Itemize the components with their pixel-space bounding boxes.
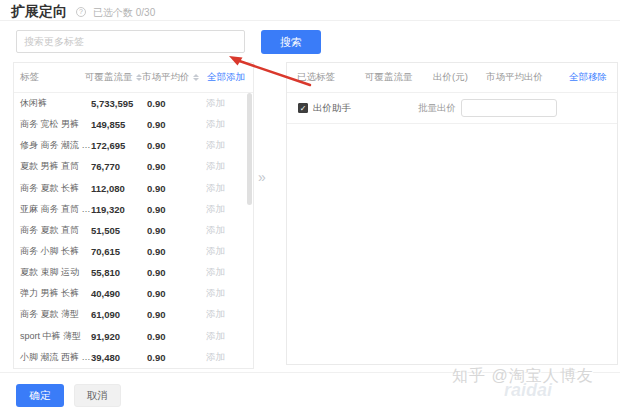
tag-label: 修身 商务 潮流 长裤 xyxy=(14,139,91,152)
price-value: 0.90 xyxy=(147,352,192,363)
traffic-value: 51,505 xyxy=(91,225,147,236)
column-header-market-price-label: 市场平均价 xyxy=(142,71,190,84)
tag-label: 商务 小脚 长裤 xyxy=(14,245,91,258)
price-value: 0.90 xyxy=(147,161,192,172)
expand-chevron-icon[interactable]: » xyxy=(258,169,266,185)
traffic-value: 55,810 xyxy=(91,267,147,278)
batch-bid-input[interactable] xyxy=(461,99,557,117)
add-link[interactable]: 添加 xyxy=(206,266,225,279)
tag-label: 夏款 男裤 直筒 xyxy=(14,160,91,173)
zhihu-watermark: 知乎 @淘宝人博友 xyxy=(452,366,594,387)
price-value: 0.90 xyxy=(147,225,192,236)
traffic-value: 149,855 xyxy=(91,119,147,130)
bid-assistant-row: ✓ 出价助手 批量出价 xyxy=(287,93,617,124)
confirm-button[interactable]: 确定 xyxy=(16,384,64,407)
add-link[interactable]: 添加 xyxy=(206,245,225,258)
selected-count-label: 已选个数 0/30 xyxy=(93,6,155,20)
column-header-market-bid: 市场平均出价 xyxy=(486,71,569,84)
price-value: 0.90 xyxy=(147,119,192,130)
sort-icon[interactable] xyxy=(136,74,142,82)
selected-tags-panel: 已选标签 可覆盖流量 出价(元) 市场平均出价 全部移除 ✓ 出价助手 批量出价 xyxy=(286,62,618,365)
traffic-value: 70,615 xyxy=(91,246,147,257)
traffic-value: 76,770 xyxy=(91,161,147,172)
traffic-value: 5,733,595 xyxy=(91,98,147,109)
help-icon[interactable]: ? xyxy=(76,7,86,17)
price-value: 0.90 xyxy=(147,183,192,194)
add-link[interactable]: 添加 xyxy=(206,203,225,216)
column-header-tag: 标签 xyxy=(14,71,85,84)
available-tags-panel: 标签 可覆盖流量 市场平均价 全部添加 休闲裤 5,733,595 0.90 添… xyxy=(13,62,254,369)
column-header-bid: 出价(元) xyxy=(433,71,486,84)
tag-list: 休闲裤 5,733,595 0.90 添加 商务 宽松 男裤 149,855 0… xyxy=(14,93,253,368)
table-row: 弹力 男裤 长裤 40,490 0.90 添加 xyxy=(14,283,253,304)
table-row: 商务 夏款 薄型 61,090 0.90 添加 xyxy=(14,304,253,325)
sort-icon[interactable] xyxy=(193,74,199,82)
tag-label: 夏款 束脚 运动 xyxy=(14,266,91,279)
right-table-header: 已选标签 可覆盖流量 出价(元) 市场平均出价 全部移除 xyxy=(287,63,617,93)
price-value: 0.90 xyxy=(147,98,192,109)
add-link[interactable]: 添加 xyxy=(206,97,225,110)
table-row: 修身 商务 潮流 长裤 172,695 0.90 添加 xyxy=(14,135,253,156)
tag-label: 商务 夏款 薄型 xyxy=(14,308,91,321)
price-value: 0.90 xyxy=(147,309,192,320)
table-row: 商务 小脚 长裤 70,615 0.90 添加 xyxy=(14,241,253,262)
tag-label: 亚麻 商务 直筒 薄… xyxy=(14,203,91,216)
table-row: 亚麻 商务 直筒 薄… 119,320 0.90 添加 xyxy=(14,199,253,220)
page-title: 扩展定向 xyxy=(11,3,67,21)
add-all-link[interactable]: 全部添加 xyxy=(200,71,253,84)
add-link[interactable]: 添加 xyxy=(206,351,225,364)
column-header-traffic-label: 可覆盖流量 xyxy=(85,71,133,84)
column-header-traffic: 可覆盖流量 xyxy=(365,71,433,84)
remove-all-link[interactable]: 全部移除 xyxy=(569,71,617,84)
tag-label: 商务 夏款 长裤 xyxy=(14,182,91,195)
bid-assistant-checkbox[interactable]: ✓ xyxy=(298,103,308,113)
tag-label: sport 中裤 薄型 xyxy=(14,330,91,343)
add-link[interactable]: 添加 xyxy=(206,160,225,173)
table-row: 商务 宽松 男裤 149,855 0.90 添加 xyxy=(14,114,253,135)
table-row: 夏款 男裤 直筒 76,770 0.90 添加 xyxy=(14,156,253,177)
tag-label: 小脚 潮流 西裤 长裤 xyxy=(14,351,91,364)
tag-label: 商务 夏款 直筒 xyxy=(14,224,91,237)
price-value: 0.90 xyxy=(147,140,192,151)
price-value: 0.90 xyxy=(147,246,192,257)
column-header-traffic[interactable]: 可覆盖流量 xyxy=(85,71,142,84)
add-link[interactable]: 添加 xyxy=(206,118,225,131)
add-link[interactable]: 添加 xyxy=(206,224,225,237)
price-value: 0.90 xyxy=(147,204,192,215)
add-link[interactable]: 添加 xyxy=(206,182,225,195)
table-row: 商务 夏款 长裤 112,080 0.90 添加 xyxy=(14,178,253,199)
column-header-market-price[interactable]: 市场平均价 xyxy=(142,71,200,84)
traffic-value: 119,320 xyxy=(91,204,147,215)
table-row: 商务 夏款 直筒 51,505 0.90 添加 xyxy=(14,220,253,241)
add-link[interactable]: 添加 xyxy=(206,330,225,343)
add-link[interactable]: 添加 xyxy=(206,287,225,300)
traffic-value: 112,080 xyxy=(91,183,147,194)
search-input[interactable] xyxy=(16,30,245,53)
traffic-value: 39,480 xyxy=(91,352,147,363)
top-divider xyxy=(0,20,620,21)
tag-label: 商务 宽松 男裤 xyxy=(14,118,91,131)
scrollbar-thumb[interactable] xyxy=(247,93,252,205)
traffic-value: 40,490 xyxy=(91,288,147,299)
bid-assistant-label: 出价助手 xyxy=(313,102,351,115)
table-row: 休闲裤 5,733,595 0.90 添加 xyxy=(14,93,253,114)
traffic-value: 91,920 xyxy=(91,331,147,342)
tag-label: 休闲裤 xyxy=(14,97,91,110)
price-value: 0.90 xyxy=(147,331,192,342)
batch-bid-label: 批量出价 xyxy=(418,102,456,115)
search-button[interactable]: 搜索 xyxy=(261,30,321,54)
left-table-header: 标签 可覆盖流量 市场平均价 全部添加 xyxy=(14,63,253,93)
price-value: 0.90 xyxy=(147,267,192,278)
tag-label: 弹力 男裤 长裤 xyxy=(14,287,91,300)
add-link[interactable]: 添加 xyxy=(206,139,225,152)
traffic-value: 172,695 xyxy=(91,140,147,151)
table-row: 小脚 潮流 西裤 长裤 39,480 0.90 添加 xyxy=(14,347,253,368)
add-link[interactable]: 添加 xyxy=(206,308,225,321)
table-row: sport 中裤 薄型 91,920 0.90 添加 xyxy=(14,326,253,347)
table-row: 夏款 束脚 运动 55,810 0.90 添加 xyxy=(14,262,253,283)
price-value: 0.90 xyxy=(147,288,192,299)
traffic-value: 61,090 xyxy=(91,309,147,320)
column-header-selected-tag: 已选标签 xyxy=(287,71,365,84)
cancel-button[interactable]: 取消 xyxy=(74,384,121,407)
